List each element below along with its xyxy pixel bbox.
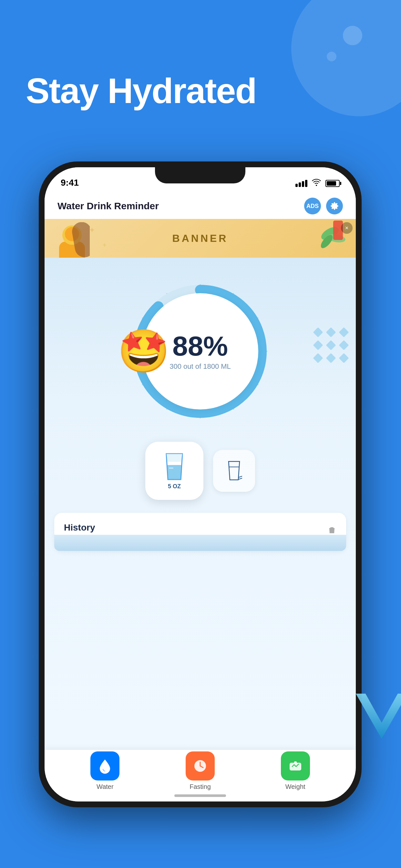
phone-mockup: 9:41 Wat — [39, 161, 362, 807]
status-time: 9:41 — [61, 178, 79, 188]
home-indicator — [174, 795, 226, 797]
bg-decoration-tiny — [327, 52, 336, 61]
phone-screen: 9:41 Wat — [44, 167, 356, 802]
tab-water[interactable]: Water — [90, 751, 120, 790]
progress-circle-container: 🤩 — [126, 277, 274, 426]
settings-button[interactable] — [326, 197, 343, 214]
water-drop-icon — [97, 758, 113, 774]
tab-weight[interactable]: Weight — [281, 751, 310, 790]
tab-fasting-label: Fasting — [189, 783, 211, 790]
history-wave — [54, 535, 346, 551]
tab-bar: Water Fasting — [44, 750, 356, 802]
progress-percent: 88% — [173, 332, 228, 360]
drink-buttons-section: 5 OZ — [44, 442, 356, 500]
history-title: History — [64, 523, 95, 533]
diamond-decorations — [314, 329, 349, 364]
signal-icon — [296, 180, 307, 187]
hero-title: Stay Hydrated — [26, 71, 256, 110]
banner-leaves — [311, 221, 346, 257]
svg-rect-25 — [294, 762, 297, 764]
tab-water-label: Water — [96, 783, 114, 790]
primary-drink-oz-label: 5 OZ — [168, 483, 181, 490]
main-content: 🤩 — [44, 258, 356, 750]
phone-notch — [155, 167, 245, 183]
tab-weight-icon-wrap — [281, 751, 310, 780]
tab-fasting[interactable]: Fasting — [186, 751, 215, 790]
history-section: History — [54, 513, 346, 551]
water-glass-icon-large — [163, 452, 186, 481]
svg-rect-19 — [169, 468, 174, 469]
emoji-badge: 🤩 — [116, 324, 171, 379]
tab-water-icon-wrap — [90, 751, 120, 780]
banner-text: BANNER — [173, 232, 228, 244]
tab-fasting-icon-wrap — [186, 751, 215, 780]
app-title: Water Drink Reminder — [58, 200, 159, 212]
bg-decoration-small — [343, 26, 362, 45]
scale-icon — [288, 758, 303, 774]
progress-section: 🤩 — [44, 258, 356, 426]
tab-weight-label: Weight — [285, 783, 305, 790]
history-delete-icon[interactable] — [328, 526, 336, 535]
banner-girl — [54, 222, 90, 258]
wifi-icon — [312, 179, 321, 188]
v-logo — [349, 687, 401, 752]
phone-frame: 9:41 Wat — [39, 161, 362, 807]
banner-ad: + + BANNER × — [44, 219, 356, 258]
svg-rect-24 — [289, 763, 301, 771]
bg-decoration-large — [291, 0, 401, 116]
banner-close-button[interactable]: × — [341, 222, 352, 234]
custom-drink-icon — [226, 461, 242, 482]
header-icons: ADS — [304, 197, 343, 214]
primary-drink-button[interactable]: 5 OZ — [145, 442, 204, 500]
ads-button[interactable]: ADS — [304, 197, 321, 214]
progress-detail: 300 out of 1800 ML — [169, 362, 231, 371]
secondary-drink-button[interactable] — [213, 450, 255, 492]
clock-icon — [192, 758, 208, 774]
battery-icon — [326, 180, 340, 187]
status-icons — [296, 179, 340, 188]
app-header: Water Drink Reminder ADS — [44, 193, 356, 219]
